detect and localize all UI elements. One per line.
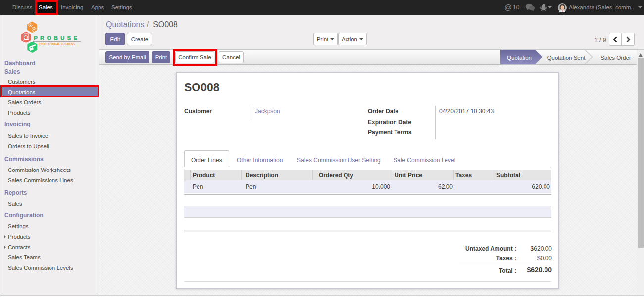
svg-text:Quotation: Quotation: [507, 55, 532, 61]
svg-text:Quotation Sent: Quotation Sent: [547, 55, 586, 61]
svg-text:Sales Order: Sales Order: [600, 55, 631, 61]
svg-text:PROFESSIONAL BUSINESS: PROFESSIONAL BUSINESS: [39, 42, 75, 46]
svg-text:PROBUSE: PROBUSE: [34, 35, 80, 41]
